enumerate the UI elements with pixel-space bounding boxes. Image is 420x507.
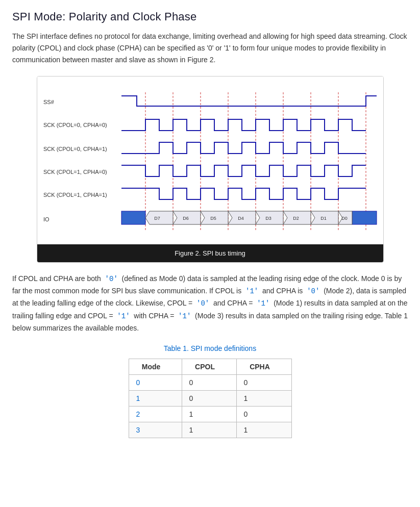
cell-cpol-2: 1 bbox=[182, 406, 236, 422]
body-paragraph: If CPOL and CPHA are both '0' (defined a… bbox=[12, 273, 408, 334]
svg-text:D0: D0 bbox=[341, 216, 348, 221]
svg-text:D7: D7 bbox=[154, 216, 160, 221]
table-row: 1 0 1 bbox=[129, 390, 291, 406]
svg-text:D2: D2 bbox=[293, 216, 299, 221]
intro-paragraph: The SPI interface defines no protocol fo… bbox=[12, 31, 408, 66]
cell-cpol-1: 0 bbox=[182, 390, 236, 406]
col-header-cpol: CPOL bbox=[182, 359, 236, 374]
page-title: SPI Mode: Polarity and Clock Phase bbox=[12, 10, 408, 23]
table-row: 2 1 0 bbox=[129, 406, 291, 422]
timing-diagram: SS# SCK (CPOL=0, CPHA=0) SCK (CPOL=0, CP… bbox=[42, 85, 378, 238]
svg-text:D5: D5 bbox=[210, 216, 216, 221]
spi-modes-table: Mode CPOL CPHA 0 0 0 1 0 1 2 1 0 3 bbox=[129, 359, 292, 438]
cell-mode-2: 2 bbox=[129, 406, 182, 422]
cell-cpol-0: 0 bbox=[182, 374, 236, 390]
svg-text:SCK (CPOL=0, CPHA=0): SCK (CPOL=0, CPHA=0) bbox=[43, 122, 107, 128]
cell-cpha-0: 0 bbox=[236, 374, 291, 390]
svg-text:IO: IO bbox=[43, 216, 50, 222]
svg-text:D6: D6 bbox=[183, 216, 189, 221]
diagram-area: SS# SCK (CPOL=0, CPHA=0) SCK (CPOL=0, CP… bbox=[37, 77, 383, 244]
cell-cpha-3: 1 bbox=[236, 422, 291, 438]
table-row: 0 0 0 bbox=[129, 374, 291, 390]
figure-container: SS# SCK (CPOL=0, CPHA=0) SCK (CPOL=0, CP… bbox=[37, 76, 384, 263]
col-header-mode: Mode bbox=[129, 359, 182, 374]
svg-text:D4: D4 bbox=[238, 216, 244, 221]
svg-rect-15 bbox=[121, 211, 145, 224]
svg-text:SCK (CPOL=1, CPHA=1): SCK (CPOL=1, CPHA=1) bbox=[43, 192, 107, 198]
table-row: 3 1 1 bbox=[129, 422, 291, 438]
svg-text:SCK (CPOL=0, CPHA=1): SCK (CPOL=0, CPHA=1) bbox=[43, 146, 107, 152]
cell-cpol-3: 1 bbox=[182, 422, 236, 438]
col-header-cpha: CPHA bbox=[236, 359, 291, 374]
cell-cpha-1: 1 bbox=[236, 390, 291, 406]
table-title: Table 1. SPI mode definitions bbox=[12, 344, 408, 352]
figure-caption: Figure 2. SPI bus timing bbox=[37, 244, 383, 262]
cell-cpha-2: 0 bbox=[236, 406, 291, 422]
cell-mode-3: 3 bbox=[129, 422, 182, 438]
table-wrapper: Mode CPOL CPHA 0 0 0 1 0 1 2 1 0 3 bbox=[12, 359, 408, 438]
svg-rect-16 bbox=[352, 211, 377, 224]
svg-text:SCK (CPOL=1, CPHA=0): SCK (CPOL=1, CPHA=0) bbox=[43, 169, 107, 175]
svg-text:SS#: SS# bbox=[43, 99, 55, 105]
svg-text:D1: D1 bbox=[320, 216, 327, 221]
svg-text:D3: D3 bbox=[265, 216, 271, 221]
cell-mode-1: 1 bbox=[129, 390, 182, 406]
cell-mode-0: 0 bbox=[129, 374, 182, 390]
